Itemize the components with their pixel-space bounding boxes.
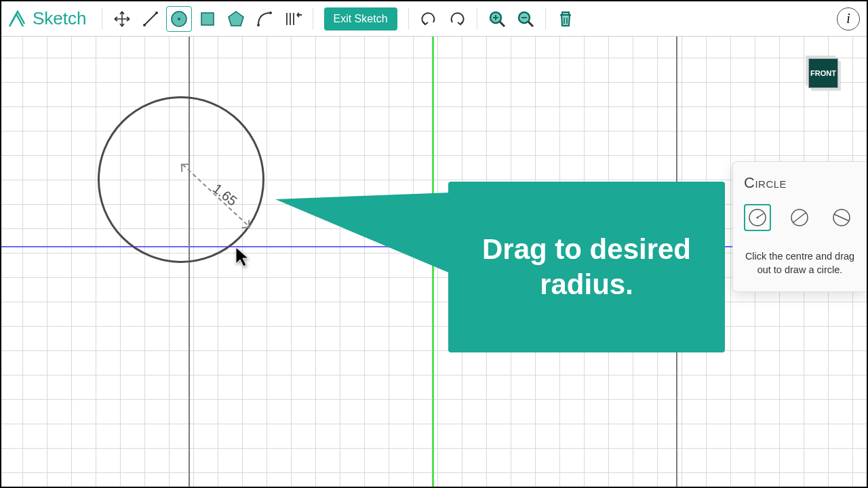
undo-icon [420,10,437,28]
circle-option-2pt[interactable] [786,204,813,231]
circle-option-3pt[interactable] [828,204,855,231]
rectangle-tool[interactable] [195,6,220,32]
svg-point-7 [257,24,260,26]
dimension-icon [284,10,302,28]
panel-options [744,204,856,231]
line-tool[interactable] [138,6,163,32]
cursor-icon [235,246,252,268]
divider [477,8,477,30]
svg-marker-6 [229,12,243,26]
svg-point-4 [178,18,180,20]
toolbar: Sketch [1,1,867,37]
callout-tail [275,192,452,274]
svg-line-24 [834,214,849,221]
radius-indicator: 1.65 [183,164,264,245]
dimension-tool[interactable] [280,6,306,32]
move-tool[interactable] [109,6,135,32]
move-icon [113,10,131,28]
redo-icon [448,10,466,28]
info-button[interactable]: i [837,7,860,30]
redo-button[interactable] [444,6,470,32]
arc-tool[interactable] [252,6,277,32]
arc-icon [256,10,273,28]
view-cube[interactable]: FRONT [808,58,838,88]
radius-value: 1.65 [210,180,240,209]
polygon-tool[interactable] [223,6,249,32]
circle-tool[interactable] [166,6,192,32]
svg-point-1 [143,24,146,26]
circle-3pt-icon [831,207,852,228]
instruction-callout: Drag to desired radius. [448,182,725,352]
svg-point-8 [269,12,272,14]
zoom-in-icon [488,9,507,28]
svg-line-22 [793,213,806,222]
circle-icon [169,9,189,29]
sketch-icon [8,9,28,29]
zoom-in-button[interactable] [484,6,510,32]
svg-line-10 [500,22,505,26]
circle-option-center-radius[interactable] [744,204,771,231]
divider [313,8,313,30]
sketch-logo: Sketch [8,8,87,29]
svg-line-14 [528,22,533,26]
svg-point-20 [757,217,759,219]
callout-text: Drag to desired radius. [465,232,709,303]
zoom-out-button[interactable] [513,6,538,32]
line-icon [142,10,159,28]
svg-line-19 [757,214,764,218]
divider [102,8,102,30]
rectangle-icon [197,9,218,29]
svg-point-2 [155,12,158,14]
mode-label: Sketch [33,8,87,29]
circle-center-icon [747,207,768,228]
exit-sketch-button[interactable]: Exit Sketch [324,7,397,30]
trash-icon [557,10,574,28]
polygon-icon [226,9,246,29]
delete-button[interactable] [553,6,578,32]
circle-2pt-icon [789,207,810,228]
svg-rect-5 [201,13,214,25]
svg-line-0 [144,13,157,25]
circle-tool-panel: Circle Click [732,161,867,292]
panel-help-text: Click the centre and drag out to draw a … [744,250,856,277]
divider [545,8,546,30]
sketch-canvas[interactable]: 1.65 FRONT Drag to desired radius. Circl… [1,37,867,487]
panel-title: Circle [744,174,856,192]
zoom-out-icon [516,9,535,28]
divider [408,8,409,30]
undo-button[interactable] [416,6,441,32]
